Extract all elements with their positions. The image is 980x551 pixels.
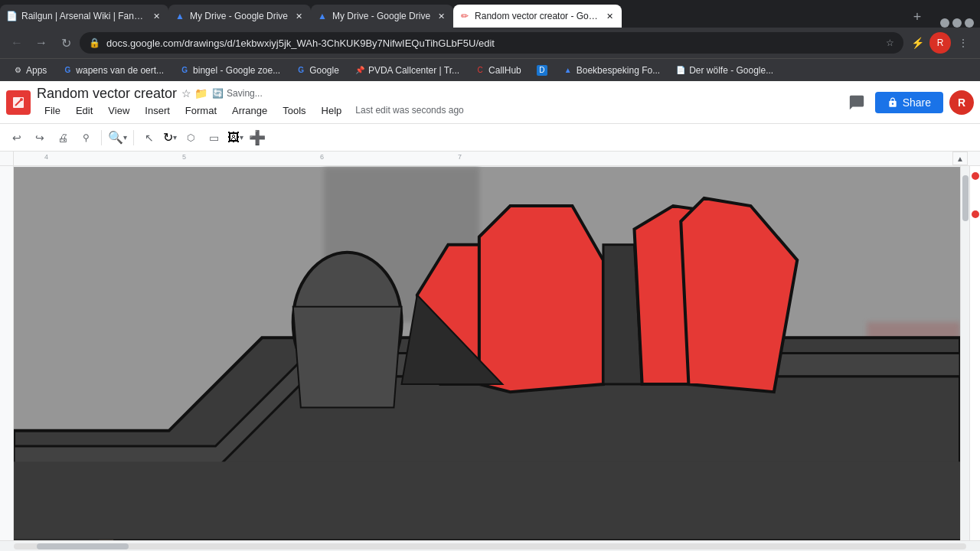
tab-4[interactable]: ✏ Random vector creator - Google ... ✕ bbox=[453, 5, 622, 28]
extensions-button[interactable]: ⚡ bbox=[906, 32, 928, 54]
bookmark-pvda[interactable]: 📌 PVDA Callcenter | Tr... bbox=[348, 63, 466, 78]
maximize-button[interactable] bbox=[952, 18, 962, 28]
menu-help[interactable]: Help bbox=[314, 102, 350, 119]
reload-button[interactable]: ↻ bbox=[55, 32, 77, 54]
drawing-canvas-area[interactable] bbox=[14, 166, 960, 540]
share-button[interactable]: Share bbox=[875, 92, 943, 113]
tab-2[interactable]: ▲ My Drive - Google Drive ✕ bbox=[168, 5, 311, 28]
image-button[interactable]: 🖼 ▾ bbox=[226, 129, 245, 146]
tab-3-favicon: ▲ bbox=[317, 11, 328, 21]
back-button[interactable]: ← bbox=[6, 32, 28, 54]
bookmark-wapens-label: wapens van de oert... bbox=[76, 65, 164, 76]
tab-4-close[interactable]: ✕ bbox=[603, 10, 616, 22]
bookmarks-bar: ⚙ Apps G wapens van de oert... G bingel … bbox=[0, 58, 980, 81]
panel-indicator-red-2 bbox=[972, 210, 979, 218]
menu-insert[interactable]: Insert bbox=[137, 102, 178, 119]
right-panel bbox=[969, 166, 980, 540]
bookmark-d[interactable]: D bbox=[531, 63, 554, 78]
tab-4-favicon: ✏ bbox=[459, 11, 470, 21]
svg-rect-20 bbox=[14, 461, 960, 539]
tab-3-close[interactable]: ✕ bbox=[435, 10, 447, 22]
horizontal-scrollbar[interactable] bbox=[14, 543, 966, 549]
bottom-scrollbar-bar bbox=[0, 540, 980, 551]
tab-1-title: Railgun | Arsenal Wiki | Fandom bbox=[21, 11, 145, 21]
menu-arrange[interactable]: Arrange bbox=[224, 102, 275, 119]
tab-2-close[interactable]: ✕ bbox=[292, 10, 305, 22]
canvas-area bbox=[0, 166, 980, 540]
browser-chrome: 📄 Railgun | Arsenal Wiki | Fandom ✕ ▲ My… bbox=[0, 0, 980, 81]
redo-button[interactable]: ↪ bbox=[29, 127, 51, 148]
d-favicon: D bbox=[537, 65, 547, 76]
shape-button[interactable]: ↻ ▾ bbox=[162, 129, 178, 146]
document-title[interactable]: Random vector creator bbox=[37, 86, 177, 102]
doc-favicon: 📄 bbox=[675, 65, 686, 76]
header-right: Share R bbox=[844, 90, 974, 115]
new-tab-button[interactable]: + bbox=[906, 6, 928, 28]
profile-button[interactable]: R bbox=[929, 32, 951, 54]
tab-1-favicon: 📄 bbox=[6, 11, 17, 21]
add-button[interactable]: ➕ bbox=[247, 127, 268, 148]
menu-tools[interactable]: Tools bbox=[275, 102, 313, 119]
rect-button[interactable]: ▭ bbox=[203, 127, 224, 148]
bookmark-callhub-label: CallHub bbox=[488, 65, 521, 76]
menu-view[interactable]: View bbox=[100, 102, 137, 119]
comment-button[interactable] bbox=[844, 90, 869, 115]
toolbar-separator-2 bbox=[133, 130, 134, 145]
bookmark-apps-label: Apps bbox=[26, 65, 47, 76]
bookmark-bingel[interactable]: G bingel - Google zoe... bbox=[173, 63, 286, 78]
app-area: Random vector creator ☆ 📁 🔄 Saving... Fi… bbox=[0, 81, 980, 551]
menu-format[interactable]: Format bbox=[178, 102, 224, 119]
sync-icon: 🔄 bbox=[212, 88, 224, 99]
ruler-container: 4 5 6 7 ▲ bbox=[0, 152, 980, 166]
scrollbar-thumb-h[interactable] bbox=[37, 543, 129, 549]
minimize-button[interactable] bbox=[940, 18, 949, 28]
bookmark-callhub[interactable]: C CallHub bbox=[469, 63, 528, 78]
drawing-svg bbox=[14, 166, 960, 540]
svg-marker-10 bbox=[14, 540, 99, 540]
undo-button[interactable]: ↩ bbox=[6, 127, 28, 148]
nav-bar: ← → ↻ 🔒 docs.google.com/drawings/d/1ekbw… bbox=[0, 28, 980, 58]
app-logo bbox=[6, 90, 31, 115]
rotate-icon: ↻ bbox=[163, 130, 173, 145]
scrollbar-thumb-v[interactable] bbox=[962, 175, 969, 221]
collapse-panel-button[interactable]: ▲ bbox=[952, 152, 968, 165]
lock-share-icon bbox=[887, 97, 898, 108]
zoom-arrow-icon: ▾ bbox=[123, 133, 127, 142]
bookmark-wolfe[interactable]: 📄 Der wölfe - Google... bbox=[669, 63, 779, 78]
menu-edit[interactable]: Edit bbox=[68, 102, 100, 119]
google-favicon-3: G bbox=[296, 65, 306, 76]
app-header: Random vector creator ☆ 📁 🔄 Saving... Fi… bbox=[0, 81, 980, 124]
user-avatar[interactable]: R bbox=[949, 90, 974, 115]
anchor-button[interactable]: ⚲ bbox=[75, 127, 96, 148]
close-button[interactable] bbox=[965, 18, 974, 28]
vertical-scrollbar[interactable] bbox=[960, 166, 969, 540]
ruler-corner bbox=[0, 152, 14, 165]
settings-button[interactable]: ⋮ bbox=[952, 32, 974, 54]
bookmark-boek[interactable]: ▲ Boekbespeking Fo... bbox=[557, 63, 666, 78]
select-button[interactable]: ↖ bbox=[139, 127, 160, 148]
image-arrow-icon: ▾ bbox=[240, 133, 243, 142]
tab-4-title: Random vector creator - Google ... bbox=[475, 11, 599, 21]
polygon-button[interactable]: ⬡ bbox=[180, 127, 201, 148]
bookmark-apps[interactable]: ⚙ Apps bbox=[6, 63, 53, 78]
tab-3[interactable]: ▲ My Drive - Google Drive ✕ bbox=[311, 5, 453, 28]
lock-icon: 🔒 bbox=[89, 37, 100, 48]
drive-favicon: ▲ bbox=[563, 65, 573, 76]
bookmark-wapens[interactable]: G wapens van de oert... bbox=[56, 63, 170, 78]
menu-file[interactable]: File bbox=[37, 102, 68, 119]
zoom-button[interactable]: 🔍 ▾ bbox=[106, 129, 129, 146]
address-bar[interactable]: 🔒 docs.google.com/drawings/d/1ekbwxiyj5j… bbox=[80, 32, 903, 54]
forward-button[interactable]: → bbox=[31, 32, 52, 54]
star-icon[interactable]: ☆ bbox=[886, 37, 894, 48]
print-button[interactable]: 🖨 bbox=[52, 127, 74, 148]
bookmark-google[interactable]: G Google bbox=[289, 63, 345, 78]
ruler-mark-4: 4 bbox=[44, 153, 48, 161]
tab-2-favicon: ▲ bbox=[175, 11, 185, 21]
folder-icon[interactable]: 📁 bbox=[194, 87, 207, 99]
app-title-area: Random vector creator ☆ 📁 🔄 Saving... Fi… bbox=[37, 86, 464, 119]
star-title-icon[interactable]: ☆ bbox=[181, 87, 191, 99]
tab-1-close[interactable]: ✕ bbox=[150, 10, 162, 22]
tab-bar: 📄 Railgun | Arsenal Wiki | Fandom ✕ ▲ My… bbox=[0, 0, 980, 28]
url-text: docs.google.com/drawings/d/1ekbwxiyj5jk_… bbox=[106, 37, 880, 49]
tab-1[interactable]: 📄 Railgun | Arsenal Wiki | Fandom ✕ bbox=[0, 5, 168, 28]
